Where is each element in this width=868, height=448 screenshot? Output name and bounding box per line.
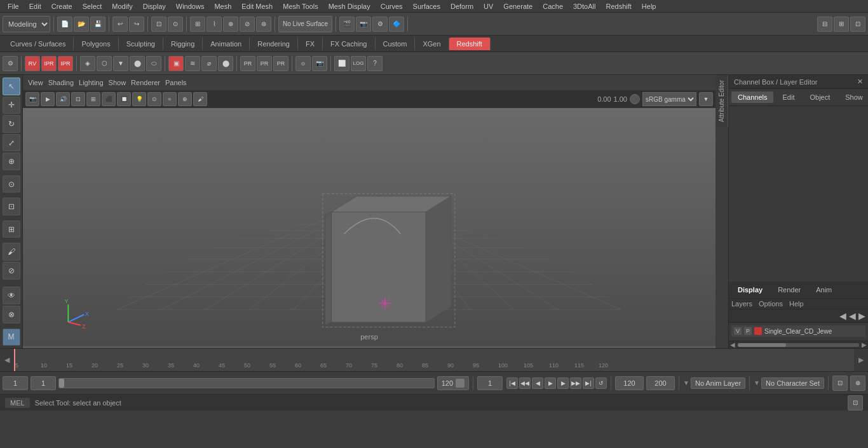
no-anim-layer-btn[interactable]: No Anim Layer [691, 377, 745, 389]
vp-isolate-icon[interactable]: ⊡ [71, 92, 85, 106]
menu-cache[interactable]: Cache [538, 1, 568, 11]
universal-manip-icon[interactable]: ⊕ [3, 153, 20, 170]
show-hide-icon[interactable]: 👁 [3, 287, 20, 304]
maya-logo-icon[interactable]: M [3, 329, 20, 346]
gamma-display-icon[interactable] [630, 94, 640, 104]
soft-select-icon[interactable]: ⊙ [3, 175, 20, 193]
layer-item[interactable]: V P Single_Clear_CD_Jewe [731, 325, 865, 337]
scale-tool-icon[interactable]: ⤢ [3, 134, 20, 152]
tab-polygons[interactable]: Polygons [74, 37, 118, 50]
pr-render-view-icon[interactable]: RV [25, 56, 40, 71]
redo-icon[interactable]: ↪ [129, 17, 144, 32]
vp-texture-icon[interactable]: 🔲 [117, 92, 131, 106]
menu-help[interactable]: Help [637, 1, 661, 11]
redshift-tool2-icon[interactable]: ⌀ [201, 56, 217, 71]
tab-redshift[interactable]: Redshift [449, 37, 491, 50]
no-char-set-btn[interactable]: No Character Set [761, 377, 824, 389]
pb-play-btn[interactable]: ▶ [545, 377, 556, 389]
gamma-dropdown-icon[interactable]: ▼ [699, 92, 713, 106]
ui-panel-icon[interactable]: ⊞ [834, 17, 849, 32]
deform-icon[interactable]: ⊗ [3, 306, 20, 323]
frame-start-field[interactable] [3, 376, 28, 390]
tab-fx[interactable]: FX [298, 37, 323, 50]
tab-xgen[interactable]: XGen [415, 37, 449, 50]
redshift-node1-icon[interactable]: ◈ [80, 56, 95, 71]
snap-live-icon[interactable]: ⊛ [256, 17, 271, 32]
snap-point-icon[interactable]: ⊕ [223, 17, 238, 32]
vp-wireframe-icon[interactable]: ⊞ [86, 92, 100, 106]
vp-view-menu[interactable]: View [28, 79, 43, 86]
redshift-mat-icon[interactable]: ⬜ [334, 56, 349, 71]
redshift-node2-icon[interactable]: ⬡ [97, 56, 112, 71]
menu-surfaces[interactable]: Surfaces [408, 1, 445, 11]
snap-surface-icon[interactable]: ⊘ [240, 17, 255, 32]
move-tool-icon[interactable]: ✛ [3, 97, 20, 114]
undo-icon[interactable]: ↩ [112, 17, 128, 32]
rotate-tool-icon[interactable]: ↻ [3, 115, 20, 133]
redshift-pr2-icon[interactable]: PR [257, 56, 272, 71]
menu-3dtoall[interactable]: 3DtoAll [568, 1, 600, 11]
pb-next-key-btn[interactable]: ▶▶ [570, 377, 581, 389]
last-tool-icon[interactable]: ⊡ [3, 198, 20, 215]
render-icon[interactable]: 🎬 [339, 17, 355, 32]
status-icon[interactable]: ⊡ [848, 395, 863, 411]
vp-cam-icon[interactable]: 📷 [25, 92, 39, 106]
render-settings-icon[interactable]: ⚙ [372, 17, 388, 32]
pb-loop-btn[interactable]: ↺ [595, 377, 607, 389]
redshift-cam-icon[interactable]: 📷 [312, 56, 327, 71]
save-file-icon[interactable]: 💾 [90, 17, 105, 32]
tab-sculpting[interactable]: Sculpting [119, 37, 163, 50]
menu-edit-mesh[interactable]: Edit Mesh [236, 1, 278, 11]
vp-shading-menu[interactable]: Shading [48, 79, 74, 86]
anim-layer-dropdown-icon[interactable]: ▼ [683, 379, 689, 386]
layer-arrow-left1-icon[interactable]: ◀ [839, 311, 846, 321]
snap-curve-icon[interactable]: ⌇ [207, 17, 222, 32]
redshift-sphere-icon[interactable]: ⬤ [218, 56, 233, 71]
menu-mesh-tools[interactable]: Mesh Tools [278, 1, 323, 11]
menu-redshift[interactable]: Redshift [600, 1, 636, 11]
vp-audio-icon[interactable]: 🔊 [56, 92, 70, 106]
rp-tab-edit[interactable]: Edit [776, 92, 801, 103]
help-sub-tab[interactable]: Help [789, 300, 804, 308]
redshift-dome-icon[interactable]: ⌾ [295, 56, 311, 71]
tab-rendering[interactable]: Rendering [250, 37, 298, 50]
timeline-right-icon[interactable]: ▶ [854, 349, 868, 371]
rp-tab-show[interactable]: Show [839, 92, 868, 103]
pr-ipr-icon[interactable]: IPR [41, 56, 57, 71]
gamma-select[interactable]: sRGB gamma [642, 92, 696, 106]
anim-end-field[interactable] [615, 376, 644, 390]
menu-modify[interactable]: Modify [107, 1, 137, 11]
layer-render-tab[interactable]: Render [771, 284, 807, 295]
timeline-ruler[interactable]: 5 10 15 20 25 30 35 40 45 50 55 60 65 70… [14, 349, 854, 371]
sculpt-icon[interactable]: ⊘ [3, 262, 20, 280]
redshift-node4-icon[interactable]: ⬤ [130, 56, 145, 71]
mel-label[interactable]: MEL [5, 398, 30, 408]
redshift-help-icon[interactable]: ? [367, 56, 383, 71]
vp-renderer-menu[interactable]: Renderer [131, 79, 160, 86]
select-icon[interactable]: ⊡ [151, 17, 166, 32]
tab-fx-caching[interactable]: FX Caching [323, 37, 375, 50]
close-rp-icon[interactable]: ✕ [857, 78, 863, 86]
scroll-left-icon[interactable]: ◀ [729, 341, 736, 348]
tab-curves-surfaces[interactable]: Curves / Surfaces [3, 37, 74, 50]
dg-icon[interactable]: ⊕ [850, 376, 865, 391]
vp-panels-menu[interactable]: Panels [165, 79, 187, 86]
shelf-settings-icon[interactable]: ⚙ [3, 56, 18, 71]
menu-generate[interactable]: Generate [498, 1, 538, 11]
tab-rigging[interactable]: Rigging [163, 37, 203, 50]
menu-uv[interactable]: UV [478, 1, 498, 11]
menu-select[interactable]: Select [78, 1, 107, 11]
ui-attr-icon[interactable]: ⊡ [850, 17, 865, 32]
new-file-icon[interactable]: 📄 [57, 17, 72, 32]
scroll-right-icon[interactable]: ▶ [860, 341, 868, 348]
range-end-field[interactable] [646, 376, 675, 390]
redshift-pr1-icon[interactable]: PR [240, 56, 255, 71]
vp-xray-icon[interactable]: ⊙ [147, 92, 161, 106]
pr-rs-icon[interactable]: IPR [58, 56, 73, 71]
quick-sel-icon[interactable]: ⊡ [832, 376, 848, 391]
menu-windows[interactable]: Windows [171, 1, 210, 11]
char-set-dropdown-icon[interactable]: ▼ [754, 379, 760, 386]
redshift-pr3-icon[interactable]: PR [273, 56, 288, 71]
snap-together-icon[interactable]: ⊞ [3, 221, 20, 238]
layer-v-button[interactable]: V [734, 327, 742, 335]
